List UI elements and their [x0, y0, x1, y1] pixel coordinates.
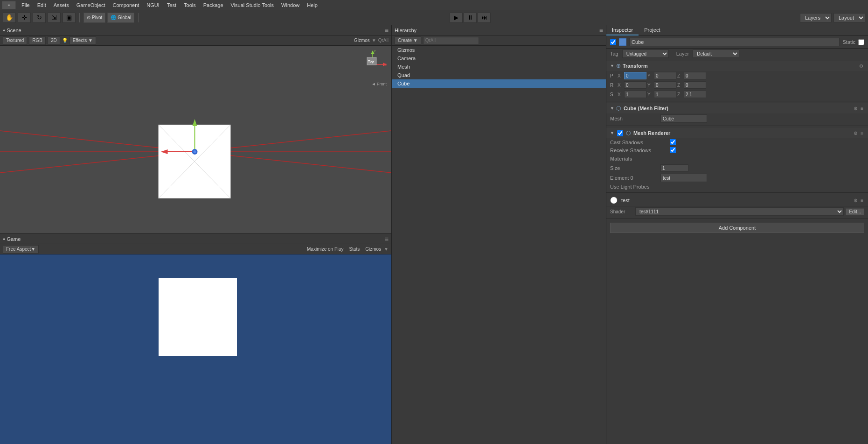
transform-settings-icon[interactable]: ⚙ [858, 63, 864, 69]
effects-button[interactable]: Effects ▼ [69, 36, 96, 45]
pause-button[interactable]: ⏸ [464, 13, 477, 23]
layer-dropdown[interactable]: Default [693, 49, 739, 58]
hierarchy-item-quad[interactable]: Quad [392, 71, 606, 79]
shader-dropdown[interactable]: test/1111 [635, 207, 844, 216]
mesh-renderer-settings-icon[interactable]: ⚙ [853, 131, 859, 136]
size-input[interactable] [660, 164, 688, 172]
hierarchy-search-input[interactable] [423, 37, 479, 44]
material-menu-icon[interactable]: ≡ [860, 198, 864, 203]
hierarchy-panel-menu[interactable]: ≡ [599, 27, 603, 34]
inspector-tab[interactable]: Inspector [606, 25, 639, 35]
hierarchy-item-camera[interactable]: Camera [392, 54, 606, 63]
mesh-renderer-menu-icon[interactable]: ≡ [860, 131, 864, 136]
hierarchy-item-cube[interactable]: Cube [392, 79, 606, 88]
move-tool-button[interactable]: ✛ [18, 13, 31, 23]
scale-y-input[interactable] [654, 91, 676, 98]
scene-perspective-lines [0, 46, 391, 233]
rect-tool-button[interactable]: ▣ [62, 13, 76, 23]
hierarchy-create-button[interactable]: Create ▼ [395, 36, 421, 45]
mesh-filter-menu-icon[interactable]: ≡ [860, 106, 864, 111]
hierarchy-item-gizmos[interactable]: Gizmos [392, 46, 606, 54]
game-view: ● Game ≡ Free Aspect ▼ Maximize on Play … [0, 234, 392, 444]
mesh-value-input[interactable] [660, 114, 707, 123]
rotation-z-input[interactable] [684, 81, 706, 89]
position-y-input[interactable] [654, 72, 676, 79]
rotate-tool-button[interactable]: ↻ [33, 13, 46, 23]
step-button[interactable]: ⏭ [478, 13, 491, 23]
use-light-probes-label: Use Light Probes [610, 184, 666, 190]
menu-visual-studio-tools[interactable]: Visual Studio Tools [227, 1, 278, 9]
material-settings-icon[interactable]: ⚙ [853, 198, 859, 203]
unity-logo[interactable]: ≡ [2, 1, 16, 9]
scene-view: ● Scene ≡ Textured RGB 2D 💡 Effects ▼ Gi… [0, 25, 392, 234]
static-checkbox[interactable] [858, 39, 864, 45]
rgb-button[interactable]: RGB [29, 36, 46, 45]
tag-dropdown[interactable]: Untagged [622, 49, 669, 58]
menu-test[interactable]: Test [163, 1, 180, 9]
textured-button[interactable]: Textured [3, 36, 27, 45]
menu-ngui[interactable]: NGUI [143, 1, 163, 9]
play-button[interactable]: ▶ [450, 13, 463, 23]
shader-edit-button[interactable]: Edit... [846, 208, 864, 215]
2d-button[interactable]: 2D [48, 36, 60, 45]
menu-package[interactable]: Package [200, 1, 227, 9]
project-tab[interactable]: Project [639, 25, 666, 35]
maximize-label[interactable]: Maximize on Play [307, 247, 343, 252]
hand-tool-button[interactable]: ✋ [3, 13, 16, 23]
hierarchy-tab[interactable]: Hierarchy [395, 28, 417, 33]
global-button[interactable]: 🌐 Global [107, 13, 134, 23]
cast-shadows-row: Cast Shadows [606, 138, 868, 146]
navigation-cube[interactable]: Y X Top ◄ Front [359, 50, 387, 78]
hierarchy-item-mesh[interactable]: Mesh [392, 63, 606, 71]
menu-assets[interactable]: Assets [50, 1, 73, 9]
rotation-x-input[interactable] [624, 81, 646, 89]
scene-canvas[interactable]: Y X Top ◄ Front [0, 46, 391, 233]
element-0-label: Element 0 [610, 175, 657, 181]
object-active-checkbox[interactable] [610, 39, 616, 45]
hierarchy-panel-header: Hierarchy ≡ [392, 25, 606, 35]
game-panel-menu[interactable]: ≡ [385, 235, 389, 243]
tag-label: Tag [610, 51, 618, 56]
svg-text:Y: Y [374, 50, 376, 53]
gizmos-label[interactable]: Gizmos [354, 38, 370, 43]
rotation-y-input[interactable] [654, 81, 676, 89]
menu-edit[interactable]: Edit [34, 1, 50, 9]
position-x-input[interactable] [624, 72, 646, 79]
mesh-filter-header[interactable]: ▼ ⬡ Cube (Mesh Filter) ⚙ ≡ [606, 103, 868, 113]
game-gizmos-label[interactable]: Gizmos [365, 247, 381, 252]
receive-shadows-checkbox[interactable] [670, 147, 676, 153]
scene-tab[interactable]: ● Scene [3, 28, 21, 33]
materials-header: Materials [606, 154, 868, 163]
element-0-input[interactable] [660, 174, 707, 182]
layout-dropdown[interactable]: Layout [833, 13, 865, 22]
svg-text:Top: Top [368, 60, 374, 63]
scale-tool-button[interactable]: ⇲ [48, 13, 61, 23]
cast-shadows-checkbox[interactable] [670, 139, 676, 145]
pivot-button[interactable]: ⊙ Pivot [83, 13, 105, 23]
inspector-panel: Inspector Project Static Tag Untagged La… [606, 25, 868, 444]
scale-x-input[interactable] [624, 91, 646, 98]
menu-gameobject[interactable]: GameObject [73, 1, 109, 9]
mesh-filter-settings-icon[interactable]: ⚙ [853, 106, 859, 111]
object-name-input[interactable] [629, 38, 840, 46]
stats-label[interactable]: Stats [349, 247, 360, 252]
scene-panel-menu[interactable]: ≡ [385, 27, 389, 34]
transform-collapse-icon: ▼ [610, 63, 614, 68]
menu-help[interactable]: Help [303, 1, 321, 9]
menu-bar: ≡ File Edit Assets GameObject Component … [0, 0, 868, 10]
menu-file[interactable]: File [18, 1, 34, 9]
free-aspect-button[interactable]: Free Aspect ▼ [3, 245, 39, 254]
scale-z-input[interactable] [684, 91, 706, 98]
menu-window[interactable]: Window [278, 1, 303, 9]
position-z-input[interactable] [684, 72, 706, 79]
transform-header[interactable]: ▼ ⊕ Transform ⚙ [606, 61, 868, 71]
mesh-filter-title: Cube (Mesh Filter) [624, 106, 668, 111]
layers-dropdown[interactable]: Layers [800, 13, 832, 22]
game-tab[interactable]: ● Game [3, 236, 21, 242]
mesh-renderer-enabled-checkbox[interactable] [617, 130, 623, 136]
menu-component[interactable]: Component [109, 1, 143, 9]
mesh-renderer-header[interactable]: ▼ ⬡ Mesh Renderer ⚙ ≡ [606, 128, 868, 138]
all-label: QrAll [378, 38, 389, 43]
add-component-button[interactable]: Add Component [610, 223, 864, 233]
menu-tools[interactable]: Tools [180, 1, 200, 9]
